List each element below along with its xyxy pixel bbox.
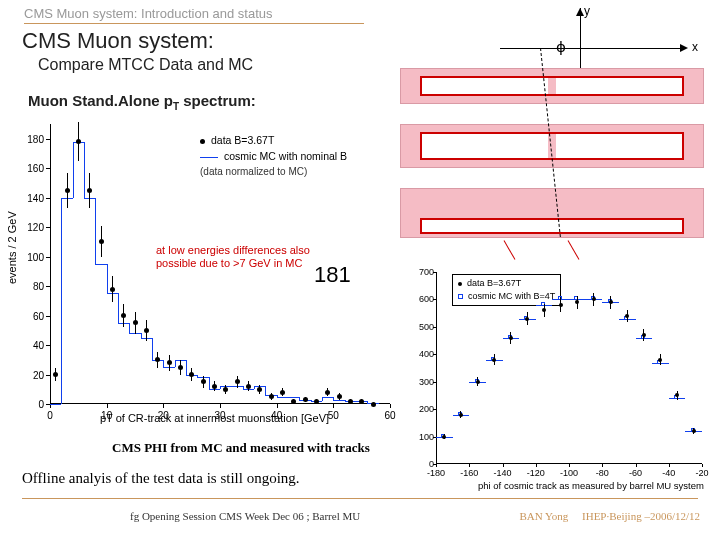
- section-heading: Muon Stand.Alone pT spectrum:: [28, 92, 256, 112]
- main-title: CMS Muon system:: [22, 28, 214, 54]
- footer-left: fg Opening Session CMS Week Dec 06 ; Bar…: [130, 510, 360, 522]
- footer-author: BAN Yong: [519, 510, 568, 522]
- legend-data: data B=3.67T: [211, 134, 274, 146]
- diagram-phi-label: ϕ: [556, 38, 566, 56]
- ongoing-text: Offline analyis of the test data is stil…: [22, 470, 300, 487]
- pt-plot-legend: data B=3.67T cosmic MC with nominal B (d…: [200, 132, 347, 180]
- legend-mc: cosmic MC with nominal B: [224, 150, 347, 162]
- footer-inst: IHEP·Beijing –2006/12/12: [582, 510, 700, 522]
- subtitle: Compare MTCC Data and MC: [38, 56, 253, 74]
- pt-plot-ylabel: events / 2 GeV: [6, 211, 18, 284]
- footer-divider: [22, 498, 698, 499]
- footer-right: BAN Yong IHEP·Beijing –2006/12/12: [519, 510, 700, 522]
- phi-caption: CMS PHI from MC and measured with tracks: [112, 440, 370, 456]
- page-header: CMS Muon system: Introduction and status: [24, 6, 364, 24]
- diagram-axis-y-label: y: [584, 4, 590, 18]
- section-text-a: Muon Stand.Alone p: [28, 92, 173, 109]
- section-text-b: spectrum:: [179, 92, 256, 109]
- annotation-181: 181: [314, 262, 351, 288]
- detector-diagram: y ϕ x: [400, 8, 704, 248]
- legend-norm: (data normalized to MC): [200, 164, 347, 180]
- phi-plot: phi of cosmic track as measured by barre…: [408, 262, 708, 492]
- annotation-red-2: possible due to >7 GeV in MC: [156, 257, 302, 270]
- pt-spectrum-plot: events / 2 GeV pT of CR-track at innermo…: [10, 114, 400, 434]
- annotation-red-1: at low energies differences also: [156, 244, 310, 257]
- diagram-axis-x-label: x: [692, 40, 698, 54]
- phi-legend-mc: cosmic MC with B=4T: [468, 291, 555, 301]
- phi-legend-data: data B=3.67T: [467, 278, 521, 288]
- phi-plot-xlabel: phi of cosmic track as measured by barre…: [478, 480, 704, 491]
